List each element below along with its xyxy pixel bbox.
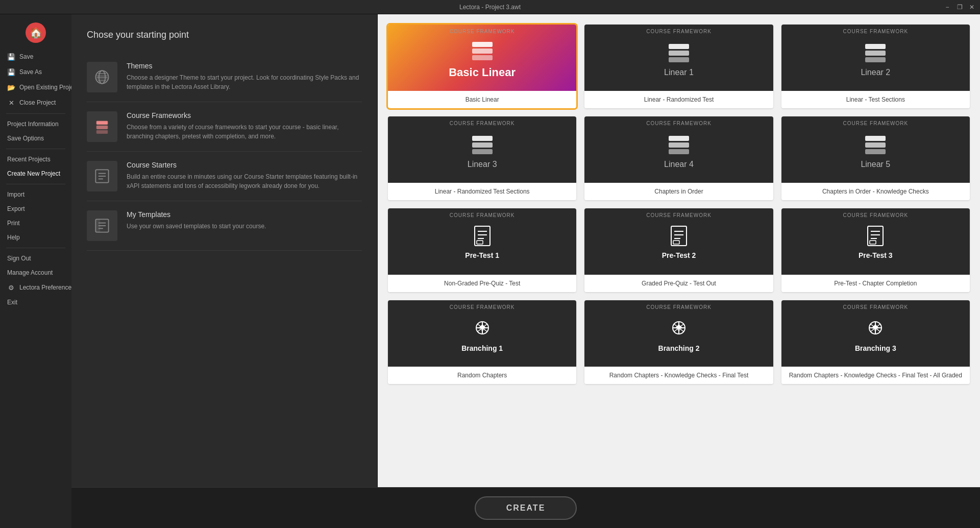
themes-icon-container — [87, 62, 117, 92]
lectora-prefs-label: Lectora Preferences — [19, 284, 75, 291]
create-button[interactable]: CREATE — [475, 496, 577, 520]
sidebar-open-label: Open Existing Project — [19, 84, 78, 91]
sidebar-item-exit[interactable]: Exit — [0, 295, 71, 309]
themes-svg-icon — [93, 68, 111, 86]
templates-panel: Course Framework Basic Linear — [378, 14, 980, 487]
template-card-linear-5[interactable]: Course Framework Linear 5 — [781, 116, 970, 200]
sidebar-divider-1 — [6, 113, 65, 114]
template-display-name-branching-1: Random Chapters — [457, 372, 507, 379]
svg-rect-32 — [669, 142, 689, 148]
sidebar-item-print[interactable]: Print — [0, 216, 71, 230]
template-label-branching-1: Course Framework — [388, 304, 576, 310]
app-logo[interactable]: 🏠 — [26, 22, 46, 43]
linear-5-icon: Linear 5 — [861, 131, 890, 169]
template-label-linear-4: Course Framework — [584, 121, 773, 126]
sidebar-item-help[interactable]: Help — [0, 230, 71, 245]
template-display-name-pretest-3: Pre-Test - Chapter Completion — [834, 280, 917, 287]
save-icon: 💾 — [7, 53, 15, 61]
open-icon: 📂 — [7, 83, 15, 91]
branching-1-icon: Branching 1 — [461, 315, 503, 352]
svg-rect-29 — [472, 142, 493, 148]
panel-title: Chose your starting point — [87, 30, 362, 40]
template-card-linear-3[interactable]: Course Framework Linear 3 — [388, 116, 576, 200]
svg-rect-28 — [472, 136, 493, 141]
template-card-branching-2[interactable]: Course Framework — [584, 300, 773, 384]
sidebar-item-sign-out[interactable]: Sign Out — [0, 251, 71, 266]
template-footer-branching-2: Random Chapters - Knowledge Checks - Fin… — [584, 367, 773, 384]
sidebar: 🏠 💾 Save 💾 Save As 📂 Open Existing Proje… — [0, 14, 71, 528]
my-templates-description: Use your own saved templates to start yo… — [127, 222, 266, 231]
themes-text: Themes Choose a designer Theme to start … — [127, 62, 362, 91]
sidebar-item-project-information[interactable]: Project Information — [0, 117, 71, 131]
linear-5-label: Linear 5 — [861, 160, 890, 169]
template-card-linear-1[interactable]: Course Framework Linear 1 — [584, 25, 773, 108]
pretest-3-icon: Pre-Test 3 — [859, 224, 893, 259]
template-card-basic-linear[interactable]: Course Framework Basic Linear — [388, 25, 576, 108]
template-card-pretest-2[interactable]: Course Framework Pre-Test 2 — [584, 208, 773, 292]
template-footer-basic-linear: Basic Linear — [388, 91, 576, 108]
sidebar-save-label: Save — [19, 53, 33, 60]
sidebar-item-save-options[interactable]: Save Options — [0, 131, 71, 146]
svg-rect-21 — [472, 55, 493, 60]
template-thumbnail-linear-1: Course Framework Linear 1 — [584, 25, 773, 91]
category-course-frameworks[interactable]: Course Frameworks Choose from a variety … — [87, 102, 362, 152]
linear-2-label: Linear 2 — [861, 68, 890, 77]
close-button[interactable]: ✕ — [968, 3, 976, 11]
sidebar-item-save-as[interactable]: 💾 Save As — [0, 64, 71, 80]
sidebar-item-manage-account[interactable]: Manage Account — [0, 266, 71, 280]
sidebar-item-import[interactable]: Import — [0, 187, 71, 202]
minimize-button[interactable]: − — [943, 3, 951, 11]
template-card-branching-3[interactable]: Course Framework — [781, 300, 970, 384]
category-themes[interactable]: Themes Choose a designer Theme to start … — [87, 53, 362, 102]
template-footer-linear-1: Linear - Randomized Test — [584, 91, 773, 108]
svg-rect-18 — [95, 219, 100, 232]
svg-rect-41 — [477, 241, 483, 244]
template-display-name-linear-3: Linear - Randomized Test Sections — [435, 188, 530, 195]
sidebar-divider-4 — [6, 248, 65, 248]
template-footer-pretest-3: Pre-Test - Chapter Completion — [781, 275, 970, 292]
sidebar-item-create-new-project[interactable]: Create New Project — [0, 166, 71, 181]
template-thumbnail-branching-1: Course Framework — [388, 300, 576, 367]
template-thumbnail-linear-2: Course Framework Linear 2 — [781, 25, 970, 91]
sidebar-item-save[interactable]: 💾 Save — [0, 49, 71, 64]
prefs-icon: ⚙ — [7, 283, 15, 292]
template-label-linear-2: Course Framework — [781, 29, 970, 34]
template-footer-linear-4: Chapters in Order — [584, 183, 773, 200]
branching-3-label: Branching 3 — [855, 344, 896, 352]
template-card-pretest-3[interactable]: Course Framework Pre-Test 3 — [781, 208, 970, 292]
linear-1-label: Linear 1 — [664, 68, 694, 77]
template-card-branching-1[interactable]: Course Framework — [388, 300, 576, 384]
sidebar-item-close-project[interactable]: ✕ Close Project — [0, 95, 71, 110]
svg-rect-25 — [865, 44, 886, 49]
svg-rect-23 — [669, 51, 689, 56]
sidebar-divider-3 — [6, 184, 65, 184]
template-thumbnail-basic-linear: Course Framework Basic Linear — [388, 25, 576, 91]
sidebar-item-export[interactable]: Export — [0, 202, 71, 216]
pretest-1-icon: Pre-Test 1 — [465, 224, 499, 259]
manage-account-label: Manage Account — [7, 269, 53, 276]
svg-rect-8 — [96, 126, 108, 129]
my-templates-icon-container — [87, 210, 117, 241]
svg-rect-27 — [865, 57, 886, 62]
branching-2-label: Branching 2 — [658, 344, 700, 352]
sidebar-item-open-existing[interactable]: 📂 Open Existing Project — [0, 80, 71, 95]
template-card-linear-2[interactable]: Course Framework Linear 2 — [781, 25, 970, 108]
category-course-starters[interactable]: Course Starters Build an entire course i… — [87, 152, 362, 201]
template-label-branching-2: Course Framework — [584, 304, 773, 310]
template-card-linear-4[interactable]: Course Framework Linear 4 — [584, 116, 773, 200]
category-my-templates[interactable]: My Templates Use your own saved template… — [87, 201, 362, 251]
sidebar-item-recent-projects[interactable]: Recent Projects — [0, 152, 71, 166]
templates-grid: Course Framework Basic Linear — [388, 25, 970, 384]
titlebar: Lectora - Project 3.awt − ❐ ✕ — [0, 0, 980, 14]
themes-description: Choose a designer Theme to start your pr… — [127, 73, 362, 91]
sidebar-item-lectora-preferences[interactable]: ⚙ Lectora Preferences — [0, 280, 71, 295]
frameworks-text: Course Frameworks Choose from a variety … — [127, 111, 362, 141]
template-card-pretest-1[interactable]: Course Framework Pre-Test 1 — [388, 208, 576, 292]
template-display-name-linear-1: Linear - Randomized Test — [644, 96, 714, 103]
restore-button[interactable]: ❐ — [955, 3, 964, 11]
basic-linear-icon: Basic Linear — [449, 37, 516, 79]
sidebar-divider-2 — [6, 149, 65, 149]
svg-rect-19 — [472, 42, 493, 47]
linear-4-icon: Linear 4 — [664, 131, 694, 169]
left-panel: Chose your starting point — [71, 14, 378, 487]
